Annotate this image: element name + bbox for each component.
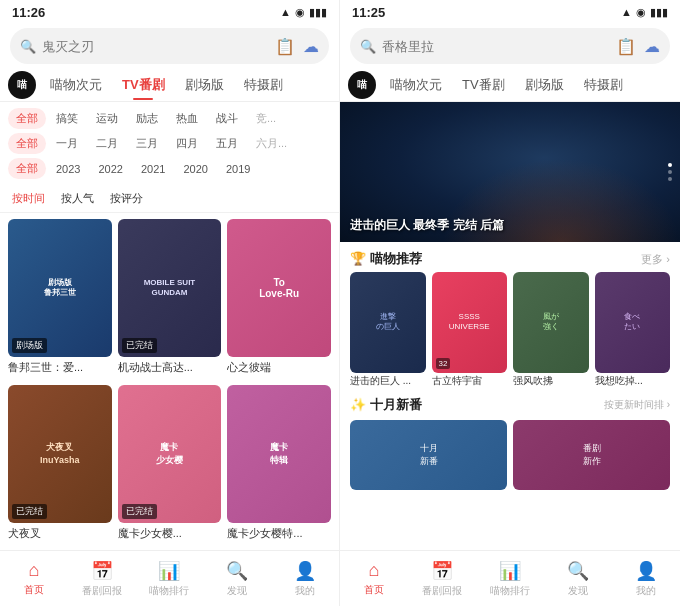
left-sort-rating[interactable]: 按评分 — [106, 189, 147, 208]
right-clipboard-icon[interactable]: 📋 — [616, 37, 636, 56]
right-tab-main[interactable]: 喵物次元 — [380, 70, 452, 100]
right-october-grid: 十月新番 番剧新作 — [350, 420, 670, 490]
left-search-bar[interactable]: 🔍 📋 ☁ — [10, 28, 329, 64]
right-search-icon: 🔍 — [360, 39, 376, 54]
left-nav-discover[interactable]: 🔍 发现 — [203, 551, 271, 606]
left-sort-popular[interactable]: 按人气 — [57, 189, 98, 208]
anime-card-5[interactable]: 魔卡特辑 魔卡少女樱特... — [227, 385, 331, 545]
right-october-section: ✨ 十月新番 按更新时间排 › 十月新番 番剧新作 — [340, 396, 680, 490]
right-recommend-header: 🏆 喵物推荐 更多 › — [340, 242, 680, 272]
right-nav-profile[interactable]: 👤 我的 — [612, 551, 680, 606]
right-nav-home[interactable]: ⌂ 首页 — [340, 551, 408, 606]
left-wifi-icon: ◉ — [295, 6, 305, 19]
right-nav-rank[interactable]: 📊 喵物排行 — [476, 551, 544, 606]
left-anime-grid: 剧场版鲁邦三世 剧场版 鲁邦三世：爱... MOBILE SUITGUNDAM … — [0, 213, 339, 550]
left-month-3[interactable]: 三月 — [128, 133, 166, 154]
left-bottom-nav: ⌂ 首页 📅 番剧回报 📊 喵物排行 🔍 发现 👤 我的 — [0, 550, 339, 606]
anime-card-2[interactable]: ToLove-Ru 心之彼端 — [227, 219, 331, 379]
left-tab-special[interactable]: 特摄剧 — [234, 70, 293, 100]
anime-title-5: 魔卡少女樱特... — [227, 526, 331, 541]
right-nav-rank-icon: 📊 — [499, 560, 521, 582]
left-month-1[interactable]: 一月 — [48, 133, 86, 154]
left-year-2020[interactable]: 2020 — [175, 160, 215, 178]
anime-thumb-5: 魔卡特辑 — [227, 385, 331, 523]
anime-badge-3: 已完结 — [12, 504, 47, 519]
left-nav-home-label: 首页 — [24, 583, 44, 597]
rec-card-3[interactable]: 食べたい 我想吃掉... — [595, 272, 671, 388]
right-tab-movie[interactable]: 剧场版 — [515, 70, 574, 100]
right-october-sort[interactable]: 按更新时间排 › — [604, 398, 670, 412]
rec-card-1[interactable]: SSSSUNIVERSE 32 古立特宇宙 — [432, 272, 508, 388]
right-recommend-more[interactable]: 更多 › — [641, 252, 670, 267]
left-sort-time[interactable]: 按时间 — [8, 189, 49, 208]
right-nav-schedule[interactable]: 📅 番剧回报 — [408, 551, 476, 606]
rec-thumb-3: 食べたい — [595, 272, 671, 373]
rec-card-2[interactable]: 風が強く 强风吹拂 — [513, 272, 589, 388]
anime-card-0[interactable]: 剧场版鲁邦三世 剧场版 鲁邦三世：爱... — [8, 219, 112, 379]
left-year-all[interactable]: 全部 — [8, 158, 46, 179]
left-nav-profile[interactable]: 👤 我的 — [271, 551, 339, 606]
right-search-actions: 📋 ☁ — [616, 37, 660, 56]
left-genre-comedy[interactable]: 搞笑 — [48, 108, 86, 129]
right-search-input[interactable] — [382, 39, 610, 54]
left-logo: 喵 — [8, 71, 36, 99]
left-genre-all[interactable]: 全部 — [8, 108, 46, 129]
left-year-2021[interactable]: 2021 — [133, 160, 173, 178]
left-clipboard-icon[interactable]: 📋 — [275, 37, 295, 56]
left-year-2023[interactable]: 2023 — [48, 160, 88, 178]
right-logo: 喵 — [348, 71, 376, 99]
oct-card-0[interactable]: 十月新番 — [350, 420, 507, 490]
left-month-4[interactable]: 四月 — [168, 133, 206, 154]
left-panel: 11:26 ▲ ◉ ▮▮▮ 🔍 📋 ☁ 喵 喵物次元 TV番剧 剧场版 特摄剧 — [0, 0, 340, 606]
anime-thumb-3: 犬夜叉InuYasha 已完结 — [8, 385, 112, 523]
left-year-2022[interactable]: 2022 — [90, 160, 130, 178]
left-filter-section: 全部 搞笑 运动 励志 热血 战斗 竞... 全部 一月 二月 三月 四月 五月… — [0, 102, 339, 185]
right-nav-discover-icon: 🔍 — [567, 560, 589, 582]
left-nav-discover-label: 发现 — [227, 584, 247, 598]
right-cloud-icon[interactable]: ☁ — [644, 37, 660, 56]
right-nav-discover[interactable]: 🔍 发现 — [544, 551, 612, 606]
left-month-2[interactable]: 二月 — [88, 133, 126, 154]
left-genre-fight[interactable]: 战斗 — [208, 108, 246, 129]
anime-badge-1: 已完结 — [122, 338, 157, 353]
anime-card-3[interactable]: 犬夜叉InuYasha 已完结 犬夜叉 — [8, 385, 112, 545]
left-nav-schedule[interactable]: 📅 番剧回报 — [68, 551, 136, 606]
left-year-filter: 全部 2023 2022 2021 2020 2019 — [0, 156, 339, 181]
left-sort-row: 按时间 按人气 按评分 — [0, 185, 339, 213]
left-genre-filter: 全部 搞笑 运动 励志 热血 战斗 竞... — [0, 106, 339, 131]
right-time: 11:25 — [352, 5, 385, 20]
scroll-dot-3 — [668, 177, 672, 181]
left-genre-more[interactable]: 竞... — [248, 108, 284, 129]
left-genre-inspire[interactable]: 励志 — [128, 108, 166, 129]
anime-title-2: 心之彼端 — [227, 360, 331, 375]
right-tab-tv[interactable]: TV番剧 — [452, 70, 515, 100]
anime-card-4[interactable]: 魔卡少女樱 已完结 魔卡少女樱... — [118, 385, 222, 545]
left-genre-hot[interactable]: 热血 — [168, 108, 206, 129]
scroll-dot-2 — [668, 170, 672, 174]
right-nav-schedule-label: 番剧回报 — [422, 584, 462, 598]
left-tab-movie[interactable]: 剧场版 — [175, 70, 234, 100]
left-month-more[interactable]: 六月... — [248, 133, 295, 154]
right-search-bar[interactable]: 🔍 📋 ☁ — [350, 28, 670, 64]
right-tab-special[interactable]: 特摄剧 — [574, 70, 633, 100]
left-tab-main[interactable]: 喵物次元 — [40, 70, 112, 100]
oct-card-1[interactable]: 番剧新作 — [513, 420, 670, 490]
left-nav-home[interactable]: ⌂ 首页 — [0, 551, 68, 606]
left-month-all[interactable]: 全部 — [8, 133, 46, 154]
left-tab-tv[interactable]: TV番剧 — [112, 70, 175, 100]
left-month-5[interactable]: 五月 — [208, 133, 246, 154]
left-year-2019[interactable]: 2019 — [218, 160, 258, 178]
anime-card-1[interactable]: MOBILE SUITGUNDAM 已完结 机动战士高达... — [118, 219, 222, 379]
left-genre-sport[interactable]: 运动 — [88, 108, 126, 129]
rec-card-0[interactable]: 進撃の巨人 进击的巨人 ... — [350, 272, 426, 388]
left-nav-tabs: 喵 喵物次元 TV番剧 剧场版 特摄剧 — [0, 68, 339, 102]
left-search-input[interactable] — [42, 39, 269, 54]
right-hero-banner[interactable]: 進撃の巨人 The Final Season 进击的巨人 最终季 完结 后篇 — [340, 102, 680, 242]
left-month-filter: 全部 一月 二月 三月 四月 五月 六月... — [0, 131, 339, 156]
left-signal-icon: ▲ — [280, 6, 291, 18]
rec-badge-1: 32 — [436, 358, 451, 369]
left-cloud-icon[interactable]: ☁ — [303, 37, 319, 56]
anime-title-3: 犬夜叉 — [8, 526, 112, 541]
left-nav-rank[interactable]: 📊 喵物排行 — [136, 551, 204, 606]
left-time: 11:26 — [12, 5, 45, 20]
